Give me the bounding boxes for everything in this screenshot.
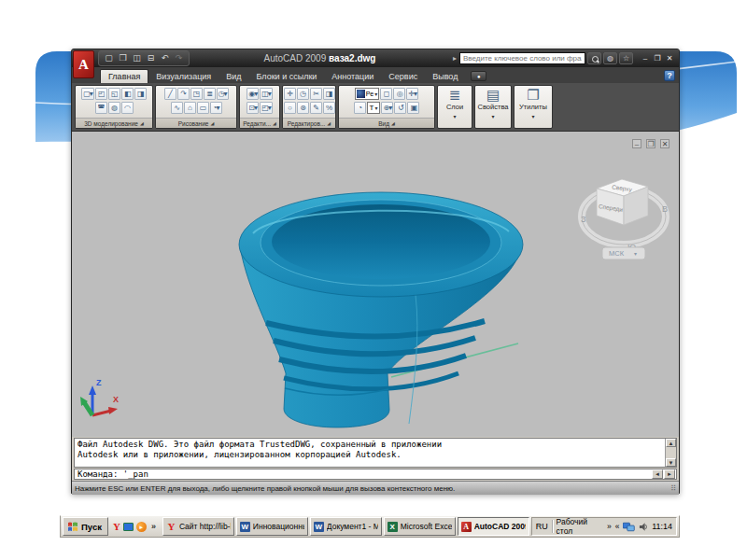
ribbon-tool-icon[interactable]: ◧ xyxy=(121,88,134,100)
search-icon[interactable] xyxy=(587,52,601,64)
ribbon-tool-icon[interactable]: ◰ xyxy=(95,88,107,100)
ribbon-tool-icon[interactable]: ○ xyxy=(284,102,296,114)
ribbon-tool-icon[interactable]: ✛ xyxy=(284,88,296,100)
ribbon-tab[interactable]: Вывод xyxy=(425,70,465,83)
command-history[interactable]: Файл Autodesk DWG. Это файл формата Trus… xyxy=(75,439,665,467)
ribbon-tool-icon[interactable]: ▣ xyxy=(407,102,419,114)
scroll-down-icon[interactable]: ▼ xyxy=(666,458,676,467)
ribbon-tool-icon[interactable]: ◉▾ xyxy=(247,88,259,100)
favorites-star-icon[interactable]: ☆ xyxy=(619,52,633,64)
ribbon-tool-icon[interactable]: ▭ xyxy=(197,102,209,114)
communication-center-icon[interactable]: ◍ xyxy=(603,52,617,64)
ribbon-tool-icon[interactable]: ⌂ xyxy=(184,102,196,114)
drawing-restore-icon[interactable]: ❐ xyxy=(646,139,655,148)
ribbon-tab[interactable]: Аннотации xyxy=(324,70,381,83)
undo-icon[interactable]: ↶ xyxy=(159,52,171,64)
ribbon-tool-icon[interactable]: ▢▾ xyxy=(81,88,94,100)
ribbon-tool-icon[interactable]: ∿ xyxy=(171,102,183,114)
ribbon-tool-icon[interactable]: % xyxy=(323,102,335,114)
maximize-button[interactable]: ❐ xyxy=(653,53,662,63)
taskbar-item[interactable]: X Microsoft Excel xyxy=(384,517,456,536)
ribbon-tool-icon[interactable]: ◻ xyxy=(380,88,392,100)
autocad-menu-browser-button[interactable]: A xyxy=(73,50,94,78)
ribbon-tab[interactable]: Блоки и ссылки xyxy=(249,70,325,83)
vase-3d-model[interactable] xyxy=(233,185,533,432)
ribbon-tab[interactable]: Главная xyxy=(100,69,148,83)
ribbon-tool-icon[interactable]: ⊡▾ xyxy=(247,102,259,114)
open-file-icon[interactable]: ❒ xyxy=(117,52,129,64)
chevron-down-icon[interactable]: ▾ xyxy=(531,113,534,119)
ribbon-tool-icon[interactable]: ◱ xyxy=(108,88,120,100)
drawing-minimize-icon[interactable]: – xyxy=(632,139,641,148)
scroll-right-icon[interactable]: ► xyxy=(664,469,675,479)
viewcube[interactable]: З В Ю Сверху Спереди МСК ▾ xyxy=(575,173,673,262)
quick-launch-overflow-chevron[interactable]: » xyxy=(151,522,156,531)
ribbon-tool-icon[interactable]: ⊕▾ xyxy=(381,102,393,114)
infocenter-flyout-icon[interactable]: ▸ xyxy=(453,54,457,63)
infocenter-search-input[interactable] xyxy=(459,52,585,64)
ribbon-tool-icon[interactable]: ◠ xyxy=(121,102,134,114)
ribbon-tool-icon[interactable]: ✛▾ xyxy=(406,88,418,100)
chevron-down-icon[interactable]: ▾ xyxy=(491,113,494,119)
minimize-button[interactable]: – xyxy=(641,53,650,63)
volume-icon[interactable] xyxy=(639,522,648,532)
action-recorder-icon[interactable]: ● xyxy=(471,71,486,81)
scroll-up-icon[interactable]: ▲ xyxy=(666,439,676,447)
save-icon[interactable]: ◫ xyxy=(131,52,143,64)
ribbon-tool-icon[interactable]: ≣ xyxy=(204,88,216,100)
taskbar-item[interactable]: Y Сайт http://lib-b... xyxy=(162,517,234,536)
ribbon-tool-icon[interactable]: ↷ xyxy=(177,88,190,100)
help-button[interactable]: ? xyxy=(664,70,675,81)
plot-icon[interactable]: ⊟ xyxy=(145,52,157,64)
display-icon[interactable] xyxy=(123,523,134,531)
taskbar-item[interactable]: W Инновационный ... xyxy=(236,517,308,536)
ribbon-tab[interactable]: Вид xyxy=(218,70,248,83)
drawing-close-icon[interactable]: ✕ xyxy=(660,139,669,148)
ribbon-tool-icon[interactable]: ◷▾ xyxy=(217,88,229,100)
panel-layers[interactable]: ≣ Слои ▾ xyxy=(437,85,472,129)
ribbon-tool-icon[interactable]: ◨ xyxy=(323,88,335,100)
resize-grip-icon[interactable]: ⠿ xyxy=(670,484,676,493)
start-button[interactable]: Пуск xyxy=(63,517,108,536)
scroll-left-icon[interactable]: ◄ xyxy=(652,469,663,479)
ribbon-tool-icon[interactable]: ╱ xyxy=(164,88,176,100)
ribbon-tool-icon[interactable]: ◍ xyxy=(108,102,120,114)
ribbon-tool-icon[interactable]: ✂ xyxy=(310,88,322,100)
panel-utilities[interactable]: ❐ Утилиты ▾ xyxy=(514,85,553,129)
ribbon-tool-icon[interactable]: ↺ xyxy=(394,102,406,114)
ribbon-tool-icon[interactable]: ◰▾ xyxy=(260,102,273,114)
command-scrollbar[interactable]: ▲ ▼ xyxy=(665,439,676,467)
panel-properties[interactable]: ▤ Свойства ▾ xyxy=(474,85,512,129)
ribbon-tool-icon[interactable]: ◳ xyxy=(190,88,203,100)
command-prompt[interactable]: Команда: '_pan xyxy=(75,469,652,479)
taskbar-item-active[interactable]: A AutoCAD 2009 ... xyxy=(458,517,529,536)
chevron-down-icon[interactable]: ▾ xyxy=(453,113,456,119)
ribbon-tool-icon[interactable]: ◔▾ xyxy=(210,102,222,114)
yandex-icon[interactable]: Y xyxy=(113,521,120,532)
new-file-icon[interactable]: ▢ xyxy=(103,52,115,64)
ribbon-tool-icon[interactable]: ◎ xyxy=(393,88,405,100)
orbit-icon[interactable]: ◔ xyxy=(354,102,366,114)
ribbon-tab[interactable]: Сервис xyxy=(381,70,425,83)
collapse-tray-chevron[interactable]: « xyxy=(615,522,620,531)
network-icon[interactable] xyxy=(623,522,634,532)
ribbon-tab[interactable]: Визуализация xyxy=(148,70,218,83)
desktop-toolbar[interactable]: Рабочий стол xyxy=(557,517,603,536)
toolbar-overflow-chevron[interactable]: » xyxy=(607,522,612,531)
ribbon-tool-icon[interactable]: ◫▾ xyxy=(260,88,273,100)
language-indicator[interactable]: RU xyxy=(536,522,548,531)
redo-icon[interactable]: ↷ xyxy=(173,52,185,64)
ribbon-tool-icon[interactable]: ◚ xyxy=(95,102,107,114)
clock[interactable]: 11:14 xyxy=(652,522,672,531)
drawing-viewport[interactable]: – ❐ ✕ xyxy=(72,131,679,437)
ribbon-tool-icon[interactable]: ◨ xyxy=(134,88,147,100)
close-button[interactable]: ✕ xyxy=(665,53,674,63)
ribbon-tool-icon[interactable]: ✎ xyxy=(310,102,322,114)
view-dropdown[interactable]: Т▾ xyxy=(367,102,381,114)
taskbar-item[interactable]: W Документ1 - Mic... xyxy=(310,517,382,536)
ribbon-tool-icon[interactable]: ⊛ xyxy=(297,102,309,114)
media-player-icon[interactable]: ▸ xyxy=(136,522,147,532)
ribbon-tool-icon[interactable]: ◷ xyxy=(297,88,309,100)
visual-style-dropdown[interactable]: Ре▾ xyxy=(355,88,379,100)
ucs-menu-button[interactable]: МСК ▾ xyxy=(602,247,645,259)
